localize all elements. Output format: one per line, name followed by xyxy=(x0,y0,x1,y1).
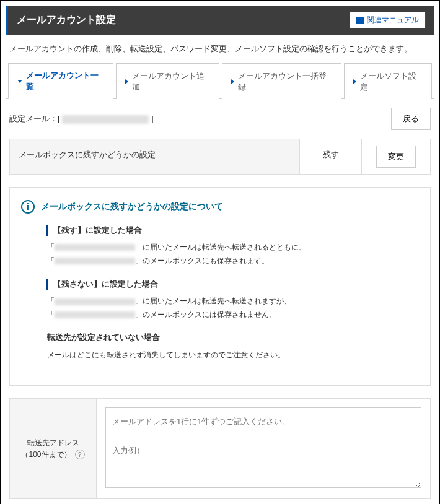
tab-mailsoft-setting[interactable]: メールソフト設定 xyxy=(344,63,432,99)
tab-bar: メールアカウント一覧 メールアカウント追加 メールアカウント一括登録 メールソフ… xyxy=(6,63,434,99)
info-keep-title: 【残す】に設定した場合 xyxy=(46,225,419,236)
redacted-address xyxy=(55,244,135,251)
info-box: i メールボックスに残すかどうかの設定について 【残す】に設定した場合 「」に届… xyxy=(9,187,431,386)
chevron-right-icon xyxy=(125,79,128,84)
info-keep-section: 【残す】に設定した場合 「」に届いたメールは転送先へ転送されるとともに、 「」の… xyxy=(46,225,419,267)
mailbox-setting-row: メールボックスに残すかどうかの設定 残す 変更 xyxy=(9,139,431,175)
info-nokeep-title: 【残さない】に設定した場合 xyxy=(46,279,419,290)
back-button[interactable]: 戻る xyxy=(391,108,431,130)
change-button[interactable]: 変更 xyxy=(376,146,416,168)
settings-mail-label: 設定メール：[ ] xyxy=(9,113,154,124)
mail-address-redacted xyxy=(62,115,149,124)
info-header: i メールボックスに残すかどうかの設定について xyxy=(21,200,419,214)
mailbox-setting-label: メールボックスに残すかどうかの設定 xyxy=(10,139,300,174)
chevron-down-icon xyxy=(17,80,22,83)
page-description: メールアカウントの作成、削除、転送設定、パスワード変更、メールソフト設定の確認を… xyxy=(6,35,434,63)
info-noforward-title: 転送先が設定されていない場合 xyxy=(47,330,419,344)
redacted-address xyxy=(55,311,135,318)
manual-button[interactable]: 関連マニュアル xyxy=(350,12,426,28)
help-icon[interactable]: ? xyxy=(75,450,85,459)
book-icon xyxy=(356,17,364,24)
page-header: メールアカウント設定 関連マニュアル xyxy=(6,6,434,35)
forward-address-input[interactable] xyxy=(105,407,421,488)
redacted-address xyxy=(55,298,135,305)
info-icon: i xyxy=(21,200,35,214)
page-title: メールアカウント設定 xyxy=(17,14,116,27)
tab-account-bulk[interactable]: メールアカウント一括登録 xyxy=(222,63,341,99)
forward-address-row: 転送先アドレス （100件まで） ? xyxy=(9,398,431,499)
tab-account-list[interactable]: メールアカウント一覧 xyxy=(8,63,113,99)
tab-account-add[interactable]: メールアカウント追加 xyxy=(116,63,219,99)
redacted-address xyxy=(55,258,135,264)
forward-label: 転送先アドレス （100件まで） ? xyxy=(10,399,97,498)
info-nokeep-section: 【残さない】に設定した場合 「」に届いたメールは転送先へ転送されますが、 「」の… xyxy=(46,279,419,362)
settings-mail-row: 設定メール：[ ] 戻る xyxy=(9,108,431,130)
chevron-right-icon xyxy=(353,79,356,84)
mailbox-setting-value: 残す xyxy=(300,139,362,174)
chevron-right-icon xyxy=(231,79,234,84)
